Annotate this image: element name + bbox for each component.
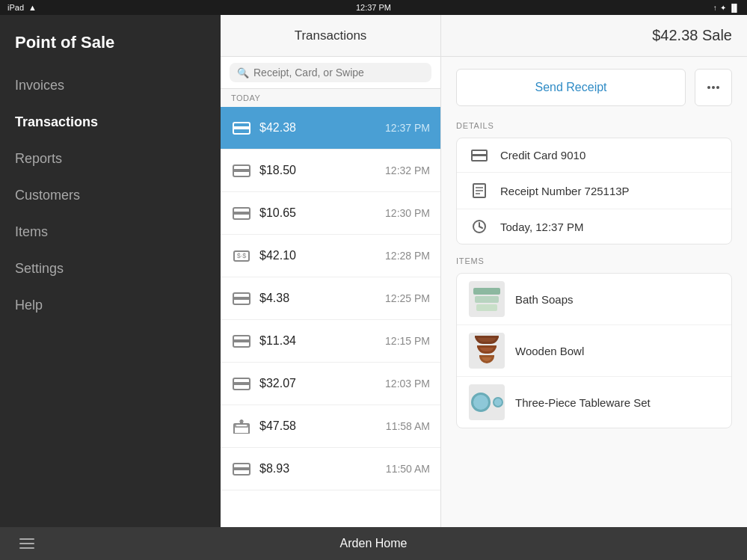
tx-amount: $11.34 <box>259 334 378 348</box>
status-bar-left: iPad ▲ <box>7 3 37 12</box>
transactions-header: Transactions <box>221 15 440 57</box>
sidebar-label-transactions: Transactions <box>15 114 98 129</box>
detail-header: $42.38 Sale <box>441 15 747 57</box>
tx-amount: $4.38 <box>259 292 378 305</box>
card-icon <box>231 330 252 351</box>
card-icon <box>231 288 252 309</box>
item-name-bowl: Wooden Bowl <box>515 345 584 357</box>
hamburger-line-2 <box>19 543 34 544</box>
svg-point-4 <box>716 86 719 89</box>
svg-point-3 <box>712 86 715 89</box>
detail-row-time: Today, 12:37 PM <box>457 209 731 244</box>
tableware-visual <box>470 387 503 417</box>
sidebar-item-transactions[interactable]: Transactions <box>0 104 221 141</box>
clock-icon <box>469 220 490 233</box>
status-bar-right: ↑ ✦ ▐▌ <box>713 4 740 12</box>
credit-card-icon <box>469 150 490 161</box>
sidebar-label-help: Help <box>15 298 43 313</box>
sidebar-item-settings[interactable]: Settings <box>0 250 221 287</box>
more-options-button[interactable] <box>695 69 732 106</box>
tx-amount: $42.10 <box>259 249 378 262</box>
bowl-1 <box>475 336 499 344</box>
tx-time: 12:30 PM <box>385 207 430 219</box>
ellipsis-icon <box>706 81 721 93</box>
table-row[interactable]: $42.38 12:37 PM <box>221 107 440 150</box>
table-row[interactable]: $47.58 11:58 AM <box>221 405 440 448</box>
table-row[interactable]: $10.65 12:30 PM <box>221 192 440 235</box>
receipt-number-text: Receipt Number 725113P <box>500 185 630 197</box>
battery-icon: ▐▌ <box>729 4 740 12</box>
card-icon <box>231 160 252 181</box>
item-name-tableware: Three-Piece Tableware Set <box>515 396 651 409</box>
details-section-title: DETAILS <box>456 121 732 130</box>
sidebar-item-invoices[interactable]: Invoices <box>0 67 221 104</box>
sidebar-label-reports: Reports <box>15 151 62 166</box>
search-input[interactable] <box>253 67 424 79</box>
table-row[interactable]: $·$ $42.10 12:28 PM <box>221 235 440 277</box>
search-input-wrap[interactable]: 🔍 <box>230 63 431 82</box>
detail-content: Send Receipt DETAILS Credit Ca <box>441 57 747 527</box>
table-row[interactable]: $32.07 12:03 PM <box>221 363 440 405</box>
transactions-panel: Transactions 🔍 TODAY $42.38 12:37 PM $18… <box>221 15 441 527</box>
search-icon: 🔍 <box>237 67 249 79</box>
gift-icon <box>231 416 252 437</box>
signal-icon: ↑ <box>713 4 717 12</box>
details-card: Credit Card 9010 Receipt Number 725113P <box>456 138 732 244</box>
sidebar-item-reports[interactable]: Reports <box>0 141 221 177</box>
tx-time: 12:15 PM <box>385 335 430 347</box>
detail-row-receipt: Receipt Number 725113P <box>457 173 731 209</box>
bowl-visual <box>470 336 503 366</box>
table-row[interactable]: $4.38 12:25 PM <box>221 277 440 320</box>
soap-bar-3 <box>476 304 497 311</box>
sidebar-item-help[interactable]: Help <box>0 287 221 324</box>
credit-card-text: Credit Card 9010 <box>500 149 585 161</box>
soap-visual <box>470 284 503 314</box>
svg-rect-0 <box>234 424 249 434</box>
soap-bar-1 <box>473 288 500 295</box>
card-icon <box>231 117 252 138</box>
device-label: iPad <box>7 3 24 12</box>
table-row[interactable]: $18.50 12:32 PM <box>221 150 440 192</box>
item-thumbnail-tableware <box>469 384 505 420</box>
card-icon <box>231 458 252 479</box>
sidebar-label-customers: Customers <box>15 188 80 203</box>
plate-icon <box>471 393 491 412</box>
sidebar: Point of Sale Invoices Transactions Repo… <box>0 15 221 527</box>
action-buttons-row: Send Receipt <box>456 69 732 106</box>
tx-time: 12:32 PM <box>385 164 430 176</box>
tx-time: 12:25 PM <box>385 292 430 304</box>
sidebar-item-items[interactable]: Items <box>0 214 221 250</box>
cash-icon: $·$ <box>231 245 252 266</box>
hamburger-line-1 <box>19 538 34 540</box>
tx-time: 12:03 PM <box>385 378 430 390</box>
send-receipt-button[interactable]: Send Receipt <box>456 69 686 106</box>
table-row[interactable]: $8.93 11:50 AM <box>221 448 440 490</box>
app-container: Point of Sale Invoices Transactions Repo… <box>0 15 747 527</box>
card-icon <box>231 203 252 224</box>
table-row[interactable]: $11.34 12:15 PM <box>221 320 440 363</box>
tx-time: 11:50 AM <box>386 463 430 475</box>
detail-header-amount: $42.38 Sale <box>652 27 732 44</box>
sidebar-label-items: Items <box>15 224 48 239</box>
items-card: Bath Soaps Wooden Bowl <box>456 273 732 428</box>
item-thumbnail-bowl <box>469 333 505 369</box>
list-item: Bath Soaps <box>457 274 731 325</box>
soap-bar-2 <box>475 296 499 303</box>
items-section-title: ITEMS <box>456 256 732 265</box>
list-item: Wooden Bowl <box>457 325 731 377</box>
tx-amount: $18.50 <box>259 164 378 177</box>
item-thumbnail-soap <box>469 281 505 317</box>
tx-amount: $10.65 <box>259 206 378 220</box>
list-item: Three-Piece Tableware Set <box>457 377 731 428</box>
detail-panel: $42.38 Sale Send Receipt DETAILS <box>441 15 747 527</box>
store-name: Arden Home <box>340 537 408 550</box>
hamburger-button[interactable] <box>15 534 39 553</box>
detail-row-card: Credit Card 9010 <box>457 138 731 173</box>
hamburger-line-3 <box>19 547 34 549</box>
status-bar: iPad ▲ 12:37 PM ↑ ✦ ▐▌ <box>0 0 747 15</box>
sidebar-item-customers[interactable]: Customers <box>0 177 221 214</box>
wifi-icon: ▲ <box>28 3 37 12</box>
bowl-3 <box>479 355 494 363</box>
today-section-label: TODAY <box>221 89 440 107</box>
sidebar-label-settings: Settings <box>15 261 64 276</box>
